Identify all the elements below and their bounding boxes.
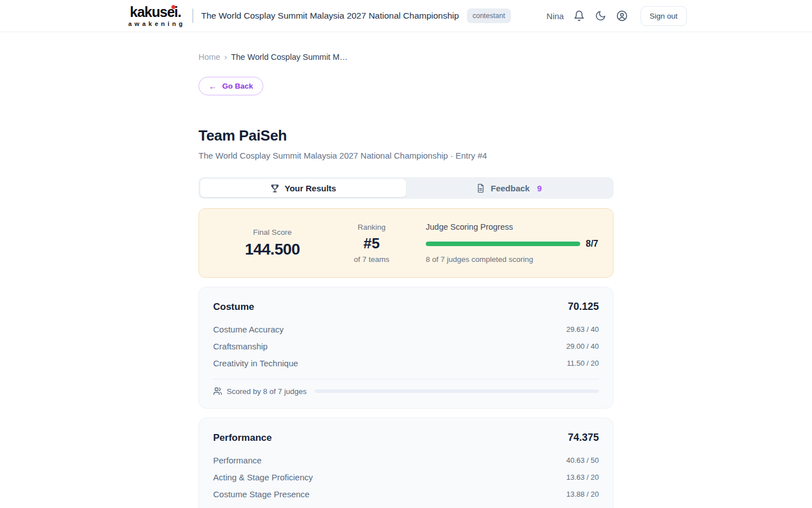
notifications-bell-icon[interactable]: [573, 10, 585, 22]
criterion-value: 29.00 / 40: [566, 342, 599, 351]
criterion-value: 11.50 / 20: [567, 359, 599, 367]
judge-progress-fill: [426, 242, 580, 246]
brand-red-dot-icon: [171, 5, 175, 9]
breadcrumb-current: The World Cosplay Summit M…: [231, 52, 348, 62]
event-title: The World Cosplay Summit Malaysia 2027 N…: [201, 11, 459, 21]
criterion-label: Acting & Stage Proficiency: [213, 472, 313, 482]
ranking-value: #5: [331, 235, 412, 252]
tab-your-results-label: Your Results: [285, 183, 336, 193]
criterion-value: 13.88 / 20: [566, 490, 599, 498]
category-score: 70.125: [568, 301, 599, 313]
criterion-label: X Factor: [213, 506, 245, 508]
tab-your-results[interactable]: Your Results: [200, 179, 406, 197]
user-name: Nina: [546, 11, 564, 21]
brand-tagline: awakening: [129, 20, 186, 27]
criterion-row: Creativity in Technique 11.50 / 20: [213, 354, 599, 371]
app-header: kakusei. awakening The World Cosplay Sum…: [0, 0, 812, 32]
breadcrumb: Home › The World Cosplay Summit M…: [198, 52, 614, 62]
judge-progress-label: Judge Scoring Progress: [426, 222, 598, 231]
page-title-team-name: Team PaiSeh: [198, 127, 614, 144]
criterion-row: Craftsmanship 29.00 / 40: [213, 338, 599, 354]
criterion-label: Performance: [213, 456, 262, 465]
results-tabs: Your Results Feedback 9: [198, 177, 614, 199]
criterion-label: Costume Accuracy: [213, 325, 284, 334]
category-card-costume: Costume 70.125 Costume Accuracy 29.63 / …: [198, 287, 614, 409]
brand-wordmark: kakusei.: [130, 5, 181, 19]
criterion-label: Craftsmanship: [213, 341, 268, 351]
ranking-label: Ranking: [331, 223, 412, 231]
go-back-label: Go Back: [222, 82, 253, 90]
back-arrow-icon: ←: [209, 82, 217, 90]
tab-feedback-label: Feedback: [491, 183, 529, 193]
trophy-icon: [270, 183, 280, 193]
go-back-button[interactable]: ← Go Back: [198, 77, 263, 95]
judge-progress-caption: 8 of 7 judges completed scoring: [426, 255, 598, 264]
criterion-row: Costume Stage Presence 13.88 / 20: [213, 485, 599, 502]
judge-progress-block: Judge Scoring Progress 8/7 8 of 7 judges…: [412, 222, 598, 264]
logo[interactable]: kakusei. awakening: [126, 5, 186, 27]
card-divider: [213, 379, 599, 379]
header-divider: [192, 8, 193, 23]
criterion-row: X Factor 6.25 / 10: [213, 502, 599, 508]
role-badge: contestant: [467, 8, 511, 23]
criterion-row: Performance 40.63 / 50: [213, 452, 599, 468]
breadcrumb-home-link[interactable]: Home: [198, 52, 220, 62]
final-score-label: Final Score: [214, 228, 331, 237]
final-score-value: 144.500: [214, 240, 331, 259]
criterion-row: Costume Accuracy 29.63 / 40: [213, 321, 599, 338]
document-icon: [476, 183, 486, 193]
ranking-block: Ranking #5 of 7 teams: [331, 223, 412, 264]
scored-by-progress-track: [315, 389, 599, 393]
final-score-block: Final Score 144.500: [214, 228, 331, 259]
dark-mode-moon-icon[interactable]: [594, 10, 607, 22]
sign-out-button[interactable]: Sign out: [641, 6, 687, 26]
judge-progress-bar: [426, 242, 580, 246]
criterion-value: 29.63 / 40: [566, 325, 599, 334]
score-summary-card: Final Score 144.500 Ranking #5 of 7 team…: [198, 208, 614, 278]
criterion-label: Creativity in Technique: [213, 358, 298, 368]
tab-feedback[interactable]: Feedback 9: [406, 179, 612, 197]
judges-users-icon: [213, 387, 222, 396]
ranking-subtext: of 7 teams: [331, 255, 412, 264]
scored-by-text: Scored by 8 of 7 judges: [227, 387, 307, 396]
team-subtitle: The World Cosplay Summit Malaysia 2027 N…: [198, 151, 614, 160]
category-name: Costume: [213, 301, 254, 313]
criterion-row: Acting & Stage Proficiency 13.63 / 20: [213, 468, 599, 485]
criterion-value: 40.63 / 50: [566, 456, 599, 465]
scored-by-footer: Scored by 8 of 7 judges: [213, 387, 599, 396]
category-card-performance: Performance 74.375 Performance 40.63 / 5…: [198, 418, 614, 508]
category-name: Performance: [213, 432, 272, 444]
judge-progress-value: 8/7: [586, 239, 598, 249]
criterion-value: 13.63 / 20: [566, 473, 599, 481]
main-content: Home › The World Cosplay Summit M… ← Go …: [198, 52, 614, 508]
criterion-label: Costume Stage Presence: [213, 489, 310, 499]
account-user-icon[interactable]: [616, 10, 628, 22]
breadcrumb-chevron-icon: ›: [224, 52, 227, 62]
feedback-count-badge: 9: [537, 183, 541, 193]
category-score: 74.375: [568, 432, 599, 444]
